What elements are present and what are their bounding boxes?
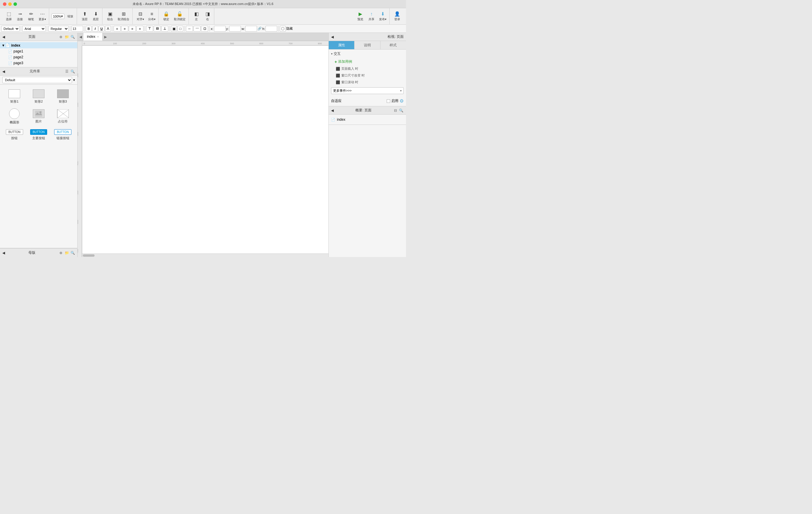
tab-next-button[interactable]: ▶	[103, 33, 109, 41]
underline-button[interactable]: U	[99, 26, 105, 32]
widget-btn-link[interactable]: BUTTON 链接按钮	[51, 127, 75, 143]
add-master-icon[interactable]: ⊕	[59, 250, 63, 255]
border-color-button[interactable]: □	[177, 26, 183, 32]
align-left-button[interactable]: ≡	[114, 26, 121, 32]
connect-tool-button[interactable]: ⤞ 连接	[14, 10, 25, 23]
overview-item-index[interactable]: 📄 index	[331, 117, 404, 122]
italic-button[interactable]: I	[92, 26, 98, 32]
zoom-select[interactable]: 100% ▾	[52, 13, 64, 19]
widget-rect2[interactable]: 矩形2	[27, 87, 51, 106]
right-button[interactable]: ◨ 右	[202, 10, 213, 23]
horizontal-scrollbar[interactable]	[82, 253, 328, 257]
widget-library-select[interactable]: Default	[2, 77, 72, 83]
page-item-index[interactable]: ▾ 📄 index	[0, 42, 77, 48]
tab-close-button[interactable]: ×	[97, 35, 99, 38]
preview-button[interactable]: ▶ 预览	[355, 10, 366, 23]
inspect-collapse-icon[interactable]: ◀	[331, 35, 334, 39]
align-justify-button[interactable]: ≡	[137, 26, 143, 32]
widget-collapse-icon[interactable]: ◀	[2, 70, 5, 74]
widget-menu-icon[interactable]: ☰	[64, 69, 69, 74]
corner-button[interactable]: ◻	[201, 26, 208, 32]
close-button[interactable]	[3, 2, 6, 6]
minimize-button[interactable]	[8, 2, 12, 6]
valign-top-button[interactable]: ⊤	[146, 26, 153, 32]
tab-index[interactable]: index ×	[83, 33, 103, 41]
left-button[interactable]: ◧ 左	[191, 10, 202, 23]
separator3	[70, 26, 70, 32]
pen-tool-button[interactable]: ✏ 钢笔	[26, 10, 36, 23]
widget-placeholder[interactable]: 占位符	[51, 106, 75, 127]
more-events-button[interactable]: 更多事件>>> ▾	[331, 87, 404, 94]
x-input[interactable]	[214, 26, 226, 32]
widget-rect1[interactable]: 矩形1	[2, 87, 27, 106]
border-width-button[interactable]: ─	[186, 26, 193, 32]
align-button[interactable]: ⊟ 对齐▾	[135, 10, 146, 23]
weight-select[interactable]: Regular	[48, 26, 69, 32]
hide-button[interactable]	[280, 26, 286, 32]
font-size-input[interactable]	[71, 26, 83, 32]
event-window-resize[interactable]: ⬛ 窗口尺寸改变 时	[329, 72, 406, 79]
collapse-icon[interactable]: ◀	[2, 35, 5, 39]
bottom-layer-button[interactable]: ⬇ 底层	[90, 10, 101, 23]
widget-btn-primary[interactable]: BUTTON 主要按钮	[27, 127, 51, 143]
font-select[interactable]: Arial	[22, 26, 46, 32]
align-right-button[interactable]: ≡	[129, 26, 136, 32]
top-layer-button[interactable]: ⬆ 顶层	[79, 10, 90, 23]
share-button[interactable]: ↑ 共享	[366, 10, 377, 23]
page-folder-icon[interactable]: 📁	[64, 34, 69, 39]
valign-middle-button[interactable]: ⊟	[154, 26, 161, 32]
w-input[interactable]	[245, 26, 257, 32]
widget-btn[interactable]: BUTTON 按钮	[2, 127, 27, 143]
search-widget-icon[interactable]: 🔍	[70, 69, 75, 74]
add-usecase-button[interactable]: + 添加用例	[329, 58, 406, 65]
master-folder-icon[interactable]: 📁	[64, 250, 69, 255]
ungroup-button[interactable]: ⊞ 取消组合	[116, 10, 131, 23]
publish-button[interactable]: ⬇ 发布▾	[377, 10, 388, 23]
widget-circle[interactable]: 椭圆形	[2, 106, 27, 127]
overview-collapse-icon[interactable]: ◀	[331, 108, 334, 112]
filter-icon[interactable]: ⊟	[393, 108, 398, 113]
window-controls[interactable]	[3, 2, 17, 6]
tab-prev-button[interactable]: ◀	[78, 33, 83, 41]
master-collapse-icon[interactable]: ◀	[2, 251, 5, 255]
widget-rect3[interactable]: 矩形3	[51, 87, 75, 106]
search-master-icon[interactable]: 🔍	[70, 250, 75, 255]
style-select[interactable]: Default	[1, 26, 20, 32]
valign-bottom-button[interactable]: ⊥	[161, 26, 168, 32]
select-tool-button[interactable]: ⬚ 选择	[3, 10, 14, 23]
scrollbar-thumb[interactable]	[83, 254, 94, 257]
distribute-button[interactable]: ≡ 分布▾	[146, 10, 157, 23]
page-item-page2[interactable]: 📄 page2	[0, 54, 77, 60]
add-page-icon[interactable]: ⊕	[59, 34, 63, 39]
search-overview-icon[interactable]: 🔍	[399, 108, 404, 113]
bold-button[interactable]: B	[86, 26, 92, 32]
svg-text:300: 300	[172, 42, 176, 45]
event-page-load[interactable]: ⬛ 页面载入 时	[329, 65, 406, 72]
adaptive-settings-icon[interactable]: ⚙	[400, 98, 404, 104]
h-input[interactable]	[265, 26, 277, 32]
fill-color-button[interactable]: ▣	[171, 26, 177, 32]
more-tool-button[interactable]: ⋯ 更多▾	[37, 10, 48, 23]
hide-checkbox[interactable]	[281, 27, 284, 30]
tab-properties[interactable]: 属性	[329, 41, 354, 49]
tab-notes[interactable]: 说明	[354, 41, 380, 49]
align-center-button[interactable]: ≡	[121, 26, 128, 32]
maximize-button[interactable]	[13, 2, 17, 6]
login-button[interactable]: 👤 登录	[392, 10, 403, 23]
separator5	[112, 26, 112, 32]
y-input[interactable]	[229, 26, 241, 32]
page-item-page3[interactable]: 📄 page3	[0, 60, 77, 66]
font-color-button[interactable]: A	[105, 26, 111, 32]
tab-style[interactable]: 样式	[380, 41, 406, 49]
border-style-button[interactable]: ⋯	[194, 26, 201, 32]
adaptive-checkbox[interactable]	[387, 99, 390, 103]
unlock-button[interactable]: 🔓 取消锁定	[172, 10, 187, 23]
page-item-page1[interactable]: 📄 page1	[0, 48, 77, 54]
widget-image[interactable]: 图片	[27, 106, 51, 127]
search-pages-icon[interactable]: 🔍	[70, 34, 75, 39]
canvas-area: ◀ index × ▶ 100 200 300 400 500 600 700	[78, 33, 328, 257]
group-button[interactable]: ▣ 组合	[105, 10, 115, 23]
lock-button[interactable]: 🔒 锁定	[161, 10, 172, 23]
event-window-scroll[interactable]: ⬛ 窗口滚动 时	[329, 79, 406, 86]
design-canvas[interactable]	[82, 46, 328, 253]
